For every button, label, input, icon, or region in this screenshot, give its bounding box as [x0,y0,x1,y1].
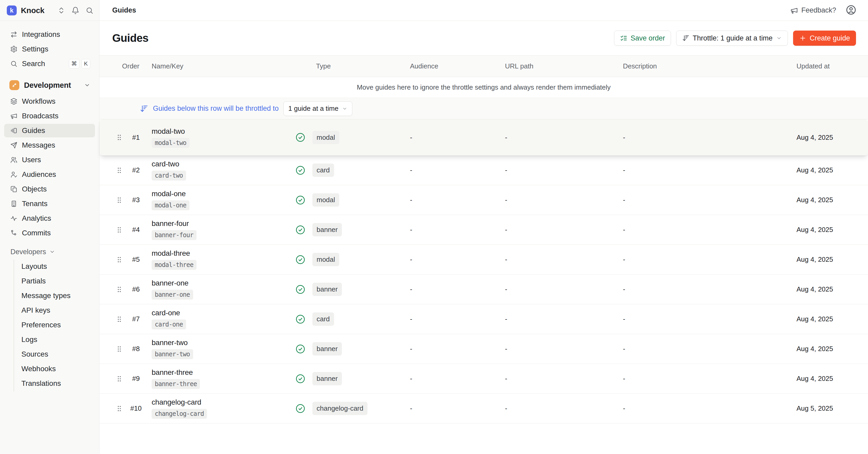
environment-icon [9,80,19,90]
chevron-down-icon [49,249,55,255]
breadcrumb: Guides [112,6,136,15]
keyboard-shortcut-key: K [82,59,90,68]
guide-row[interactable]: #10 changelog-card changelog-card change… [99,394,868,423]
guide-description: - [623,404,797,413]
guide-row[interactable]: #5 modal-three modal-three modal - - - A… [99,245,868,275]
sidebar-item-broadcasts[interactable]: Broadcasts [4,109,95,123]
guide-row[interactable]: #7 card-one card-one card - - - Aug 4, 2… [99,304,868,334]
throttle-dropdown-button[interactable]: Throttle: 1 guide at a time [676,31,788,46]
sidebar-item-users[interactable]: Users [4,153,95,167]
guide-updated-at: Aug 4, 2025 [797,166,868,174]
sidebar-item-commits[interactable]: Commits [4,226,95,240]
guide-key-badge: banner-three [152,379,200,389]
sidebar-item-integrations[interactable]: Integrations [4,28,95,41]
guide-type-badge: banner [312,283,342,296]
guide-url-path: - [505,166,623,174]
column-header-name-key: Name/Key [148,62,295,70]
drag-handle-icon[interactable] [114,285,124,293]
guides-table: Order Name/Key Type Audience URL path De… [99,55,868,454]
status-active-check-icon [295,254,306,265]
users-icon [10,156,18,164]
guide-row[interactable]: #9 banner-three banner-three banner - - … [99,364,868,394]
sidebar-subitem-layouts[interactable]: Layouts [14,260,95,273]
sidebar-item-label: Analytics [22,214,51,223]
sidebar-subitem-webhooks[interactable]: Webhooks [14,362,95,376]
guide-url-path: - [505,285,623,293]
sort-descending-icon [682,34,689,42]
sidebar-item-label: Audiences [22,170,56,179]
sidebar-item-analytics[interactable]: Analytics [4,211,95,225]
environment-switcher[interactable]: Development [4,77,95,93]
guide-updated-at: Aug 4, 2025 [797,375,868,383]
sidebar-item-workflows[interactable]: Workflows [4,94,95,108]
guide-row[interactable]: #1 modal-two modal-two modal - - - Aug 4… [99,119,868,155]
integrations-icon [10,31,18,38]
workspace-switcher[interactable]: k Knock [0,0,99,21]
sidebar-subitem-message-types[interactable]: Message types [14,289,95,303]
chevrons-up-down-icon[interactable] [57,6,65,15]
guide-audience: - [410,226,505,234]
guide-type-badge: modal [312,253,339,266]
sidebar-item-messages[interactable]: Messages [4,138,95,152]
drag-handle-icon[interactable] [114,256,124,263]
sidebar-developers-nav: LayoutsPartialsMessage typesAPI keysPref… [13,260,99,391]
status-active-check-icon [295,284,306,295]
guide-name: card-two [152,160,179,168]
user-avatar-icon[interactable] [845,4,857,17]
sidebar-item-search[interactable]: Search⌘K [4,57,95,70]
guide-order: #2 [124,166,148,174]
drag-handle-icon[interactable] [114,345,124,353]
send-icon [10,142,18,149]
drag-handle-icon[interactable] [114,375,124,383]
drag-handle-icon[interactable] [114,196,124,204]
sidebar-item-audiences[interactable]: Audiences [4,168,95,181]
guide-key-badge: modal-three [152,260,196,270]
throttle-limit-select[interactable]: 1 guide at a time [283,101,352,116]
guide-row[interactable]: #6 banner-one banner-one banner - - - Au… [99,275,868,304]
search-icon[interactable] [86,6,93,15]
sidebar-subitem-api-keys[interactable]: API keys [14,304,95,317]
sidebar-subitem-preferences[interactable]: Preferences [14,318,95,332]
guide-row[interactable]: #3 modal-one modal-one modal - - - Aug 4… [99,185,868,215]
sidebar-section-developers[interactable]: Developers [4,246,95,258]
sidebar-item-label: Objects [22,185,47,193]
drag-handle-icon[interactable] [114,315,124,323]
guide-row[interactable]: #2 card-two card-two card - - - Aug 4, 2… [99,155,868,185]
sidebar-subitem-partials[interactable]: Partials [14,274,95,288]
bell-icon[interactable] [71,6,79,15]
guide-updated-at: Aug 4, 2025 [797,196,868,204]
guide-order: #7 [124,315,148,323]
drag-handle-icon[interactable] [114,226,124,234]
guide-name: card-one [152,309,180,317]
create-guide-button[interactable]: Create guide [793,31,856,46]
sidebar-main-nav: WorkflowsBroadcastsGuidesMessagesUsersAu… [0,94,99,241]
drag-handle-icon[interactable] [114,405,124,413]
drag-handle-icon[interactable] [114,166,124,174]
sidebar-item-label: Webhooks [22,365,56,373]
sidebar-subitem-sources[interactable]: Sources [14,347,95,361]
guide-url-path: - [505,255,623,263]
guide-updated-at: Aug 4, 2025 [797,345,868,353]
unthrottled-drop-zone[interactable]: Move guides here to ignore the throttle … [99,77,868,98]
sidebar-subitem-translations[interactable]: Translations [14,377,95,390]
sidebar-item-label: Commits [22,229,51,237]
column-header-type: Type [295,62,410,70]
sidebar-item-guides[interactable]: Guides [4,124,95,137]
guide-name: modal-three [152,249,190,258]
drag-handle-icon[interactable] [114,134,124,141]
guide-row[interactable]: #8 banner-two banner-two banner - - - Au… [99,334,868,364]
guide-row[interactable]: #4 banner-four banner-four banner - - - … [99,215,868,245]
guide-url-path: - [505,404,623,413]
sidebar-subitem-logs[interactable]: Logs [14,333,95,346]
guide-type-badge: card [312,164,334,177]
search-icon [10,60,18,67]
sidebar-item-settings[interactable]: Settings [4,42,95,56]
guide-audience: - [410,404,505,413]
save-order-button[interactable]: Save order [614,31,671,46]
guide-order: #10 [124,404,148,413]
sidebar-item-objects[interactable]: Objects [4,182,95,196]
guide-updated-at: Aug 4, 2025 [797,134,868,142]
sidebar-item-tenants[interactable]: Tenants [4,197,95,210]
guide-url-path: - [505,196,623,204]
feedback-button[interactable]: Feedback? [790,6,836,15]
